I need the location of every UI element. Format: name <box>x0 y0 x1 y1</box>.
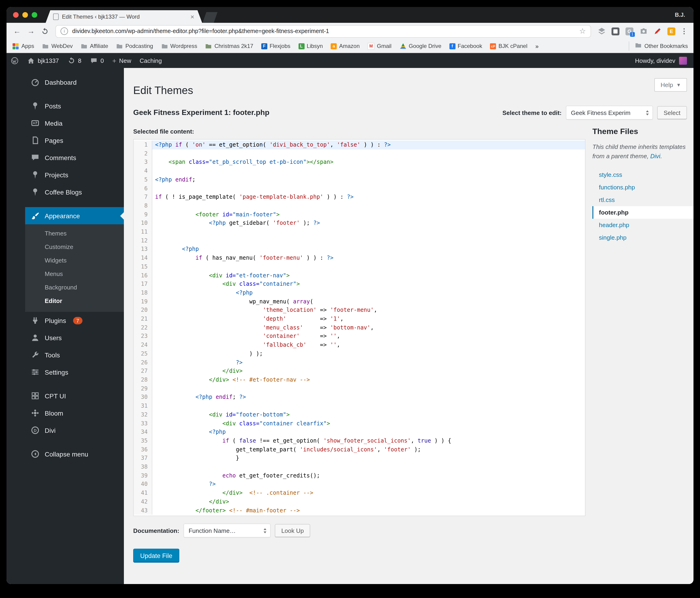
sidebar-item-collapse-menu[interactable]: Collapse menu <box>25 445 124 463</box>
bookmark-flexjobs[interactable]: F Flexjobs <box>261 43 291 49</box>
code-line[interactable]: 24 'fallback_cb' => '', <box>134 341 585 349</box>
code-line[interactable]: 39 echo et_get_footer_credits(); <box>134 471 585 480</box>
code-line[interactable]: 19 wp_nav_menu( array( <box>134 297 585 306</box>
new-content-menu[interactable]: + New <box>108 53 135 68</box>
code-line[interactable]: 42 </div> <box>134 497 585 506</box>
code-line[interactable]: 9 <footer id="main-footer"> <box>134 210 585 219</box>
bookmarks-overflow-icon[interactable]: » <box>535 43 539 50</box>
code-line[interactable]: 7if ( ! is_page_template( 'page-template… <box>134 193 585 201</box>
other-bookmarks[interactable]: Other Bookmarks <box>628 42 688 51</box>
code-line[interactable]: 29 <box>134 384 585 393</box>
bookmark-folder-wordpress[interactable]: Wordpress <box>161 43 197 50</box>
help-tab[interactable]: Help ▼ <box>655 78 687 92</box>
code-line[interactable]: 1<?php if ( 'on' == et_get_option( 'divi… <box>134 140 585 149</box>
theme-file-link[interactable]: functions.php <box>593 181 694 194</box>
site-info-icon[interactable]: i <box>60 27 68 35</box>
code-line[interactable]: 40 ?> <box>134 480 585 489</box>
code-line[interactable]: 28 </div> <!-- #et-footer-nav --> <box>134 375 585 384</box>
code-line[interactable]: 30 <?php endif; ?> <box>134 393 585 401</box>
comments-menu[interactable]: 0 <box>86 53 108 68</box>
code-line[interactable]: 33 <div class="container clearfix"> <box>134 419 585 428</box>
new-tab-button[interactable] <box>203 12 218 23</box>
sidebar-item-coffee-blogs[interactable]: Coffee Blogs <box>25 183 124 201</box>
code-line[interactable]: 25 ) ); <box>134 349 585 358</box>
bookmark-google-drive[interactable]: Google Drive <box>399 43 441 50</box>
close-window-button[interactable] <box>13 12 19 18</box>
code-line[interactable]: 14 if ( has_nav_menu( 'footer-menu' ) ) … <box>134 254 585 262</box>
code-line[interactable]: 35 if ( false !== et_get_option( 'show_f… <box>134 437 585 445</box>
bookmark-apps[interactable]: Apps <box>12 43 34 50</box>
code-line[interactable]: 3 <span class="et_pb_scroll_top et-pb-ic… <box>134 158 585 166</box>
sidebar-item-plugins[interactable]: Plugins 7 <box>25 312 124 329</box>
theme-file-link[interactable]: single.php <box>593 232 694 244</box>
update-file-button[interactable]: Update File <box>133 549 179 563</box>
bookmark-folder-christmas[interactable]: Christmas 2k17 <box>205 43 253 50</box>
bookmark-folder-podcasting[interactable]: Podcasting <box>116 43 153 50</box>
code-line[interactable]: 43 </footer> <!-- #main-footer --> <box>134 506 585 515</box>
updates-menu[interactable]: 8 <box>63 53 85 68</box>
zoom-window-button[interactable] <box>32 12 37 18</box>
bookmark-gmail[interactable]: M Gmail <box>368 43 392 50</box>
code-line[interactable]: 22 'menu_class' => 'bottom-nav', <box>134 323 585 332</box>
theme-file-current[interactable]: footer.php <box>593 206 694 219</box>
profile-name[interactable]: B.J. <box>675 11 694 18</box>
sidebar-item-projects[interactable]: Projects <box>25 166 124 183</box>
sidebar-item-dashboard[interactable]: Dashboard <box>25 74 124 91</box>
submenu-item-background[interactable]: Background <box>25 281 124 294</box>
code-line[interactable]: 17 <div class="container"> <box>134 280 585 288</box>
sidebar-item-appearance[interactable]: Appearance <box>25 207 124 224</box>
sidebar-item-comments[interactable]: Comments <box>25 149 124 166</box>
code-line[interactable]: 27 </div> <box>134 367 585 375</box>
code-line[interactable]: 5<?php endif; <box>134 176 585 184</box>
code-line[interactable]: 10 <?php get_sidebar( 'footer' ); ?> <box>134 219 585 228</box>
sidebar-item-bloom[interactable]: Bloom <box>25 405 124 422</box>
code-line[interactable]: 2 <box>134 149 585 158</box>
code-line[interactable]: 32 <div id="footer-bottom"> <box>134 411 585 419</box>
code-line[interactable]: 26 ?> <box>134 358 585 367</box>
bookmark-folder-webdev[interactable]: WebDev <box>42 43 73 50</box>
submenu-item-editor[interactable]: Editor <box>25 294 124 308</box>
sidebar-item-pages[interactable]: Pages <box>25 132 124 149</box>
sidebar-item-divi[interactable]: D Divi <box>25 422 124 439</box>
code-line[interactable]: 13 <?php <box>134 245 585 254</box>
code-line[interactable]: 38 <box>134 463 585 471</box>
code-line[interactable]: 12 <box>134 236 585 245</box>
submenu-item-widgets[interactable]: Widgets <box>25 254 124 267</box>
code-line[interactable]: 11 <box>134 228 585 236</box>
address-bar[interactable]: i dividev.bjkeeton.com/wp-admin/theme-ed… <box>55 25 591 37</box>
extension-icon-e[interactable]: E <box>666 25 677 37</box>
extension-icon-camera[interactable] <box>638 25 649 37</box>
theme-file-link[interactable]: style.css <box>593 169 694 181</box>
caching-menu[interactable]: Caching <box>135 53 166 68</box>
bookmark-folder-affiliate[interactable]: Affiliate <box>80 43 108 50</box>
extension-icon-pen[interactable] <box>652 25 663 37</box>
code-line[interactable]: 23 'container' => '', <box>134 332 585 341</box>
theme-file-link[interactable]: rtl.css <box>593 194 694 206</box>
extension-icon-layers[interactable] <box>596 25 607 37</box>
back-button[interactable]: ← <box>11 25 23 37</box>
sidebar-item-tools[interactable]: Tools <box>25 346 124 363</box>
code-line[interactable]: 16 <div id="et-footer-nav"> <box>134 271 585 280</box>
documentation-select[interactable]: Function Name… <box>183 523 271 538</box>
code-line[interactable]: 37 } <box>134 454 585 463</box>
theme-select[interactable]: Geek Fitness Experim <box>566 106 653 120</box>
sidebar-item-settings[interactable]: Settings <box>25 363 124 381</box>
extension-icon-badge-1[interactable]: G1 <box>624 25 635 37</box>
theme-file-link[interactable]: header.php <box>593 219 694 232</box>
submenu-item-themes[interactable]: Themes <box>25 227 124 240</box>
bookmark-libsyn[interactable]: L Libsyn <box>298 43 323 49</box>
lookup-button[interactable]: Look Up <box>275 524 310 537</box>
code-line[interactable]: 18 <?php <box>134 288 585 297</box>
parent-theme-link[interactable]: Divi <box>650 153 660 160</box>
submenu-item-customize[interactable]: Customize <box>25 240 124 254</box>
my-account-menu[interactable]: Howdy, dividev <box>628 56 694 64</box>
bookmark-star-icon[interactable]: ☆ <box>579 27 586 35</box>
bookmark-amazon[interactable]: a Amazon <box>331 43 359 49</box>
submenu-item-menus[interactable]: Menus <box>25 267 124 281</box>
code-line[interactable]: 31 <box>134 401 585 410</box>
code-line[interactable]: 15 <box>134 262 585 271</box>
select-theme-button[interactable]: Select <box>657 106 687 119</box>
code-line[interactable]: 20 'theme_location' => 'footer-menu', <box>134 306 585 315</box>
site-name-menu[interactable]: bjk1337 <box>23 53 63 68</box>
browser-tab[interactable]: Edit Themes ‹ bjk1337 — Word × <box>46 10 202 23</box>
